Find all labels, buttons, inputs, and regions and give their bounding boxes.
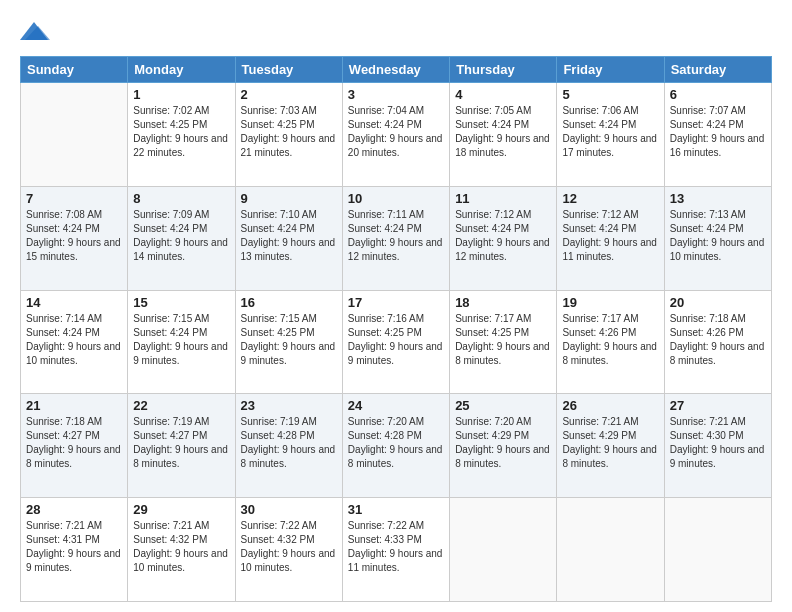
day-of-week-header: Saturday <box>664 57 771 83</box>
day-info: Sunrise: 7:20 AM Sunset: 4:29 PM Dayligh… <box>455 415 551 471</box>
calendar-cell: 23Sunrise: 7:19 AM Sunset: 4:28 PM Dayli… <box>235 394 342 498</box>
day-number: 6 <box>670 87 766 102</box>
day-number: 4 <box>455 87 551 102</box>
calendar-cell: 5Sunrise: 7:06 AM Sunset: 4:24 PM Daylig… <box>557 83 664 187</box>
day-number: 10 <box>348 191 444 206</box>
day-info: Sunrise: 7:04 AM Sunset: 4:24 PM Dayligh… <box>348 104 444 160</box>
day-info: Sunrise: 7:16 AM Sunset: 4:25 PM Dayligh… <box>348 312 444 368</box>
calendar-cell: 20Sunrise: 7:18 AM Sunset: 4:26 PM Dayli… <box>664 290 771 394</box>
day-of-week-header: Tuesday <box>235 57 342 83</box>
day-of-week-header: Monday <box>128 57 235 83</box>
day-info: Sunrise: 7:19 AM Sunset: 4:27 PM Dayligh… <box>133 415 229 471</box>
day-info: Sunrise: 7:17 AM Sunset: 4:26 PM Dayligh… <box>562 312 658 368</box>
calendar-cell: 12Sunrise: 7:12 AM Sunset: 4:24 PM Dayli… <box>557 186 664 290</box>
calendar-cell: 1Sunrise: 7:02 AM Sunset: 4:25 PM Daylig… <box>128 83 235 187</box>
day-number: 24 <box>348 398 444 413</box>
calendar-cell <box>450 498 557 602</box>
calendar-cell: 8Sunrise: 7:09 AM Sunset: 4:24 PM Daylig… <box>128 186 235 290</box>
day-info: Sunrise: 7:21 AM Sunset: 4:30 PM Dayligh… <box>670 415 766 471</box>
calendar-cell: 27Sunrise: 7:21 AM Sunset: 4:30 PM Dayli… <box>664 394 771 498</box>
day-number: 13 <box>670 191 766 206</box>
day-info: Sunrise: 7:05 AM Sunset: 4:24 PM Dayligh… <box>455 104 551 160</box>
day-of-week-header: Wednesday <box>342 57 449 83</box>
day-number: 7 <box>26 191 122 206</box>
header <box>20 18 772 46</box>
calendar-week-row: 28Sunrise: 7:21 AM Sunset: 4:31 PM Dayli… <box>21 498 772 602</box>
calendar-cell: 22Sunrise: 7:19 AM Sunset: 4:27 PM Dayli… <box>128 394 235 498</box>
day-info: Sunrise: 7:21 AM Sunset: 4:32 PM Dayligh… <box>133 519 229 575</box>
day-number: 12 <box>562 191 658 206</box>
calendar-cell: 17Sunrise: 7:16 AM Sunset: 4:25 PM Dayli… <box>342 290 449 394</box>
day-number: 2 <box>241 87 337 102</box>
calendar-cell: 30Sunrise: 7:22 AM Sunset: 4:32 PM Dayli… <box>235 498 342 602</box>
day-number: 18 <box>455 295 551 310</box>
day-info: Sunrise: 7:22 AM Sunset: 4:32 PM Dayligh… <box>241 519 337 575</box>
calendar-header-row: SundayMondayTuesdayWednesdayThursdayFrid… <box>21 57 772 83</box>
calendar-cell: 18Sunrise: 7:17 AM Sunset: 4:25 PM Dayli… <box>450 290 557 394</box>
day-number: 28 <box>26 502 122 517</box>
calendar-cell <box>664 498 771 602</box>
day-info: Sunrise: 7:17 AM Sunset: 4:25 PM Dayligh… <box>455 312 551 368</box>
calendar-cell: 26Sunrise: 7:21 AM Sunset: 4:29 PM Dayli… <box>557 394 664 498</box>
calendar-cell: 7Sunrise: 7:08 AM Sunset: 4:24 PM Daylig… <box>21 186 128 290</box>
day-number: 30 <box>241 502 337 517</box>
day-number: 11 <box>455 191 551 206</box>
day-number: 5 <box>562 87 658 102</box>
calendar-cell: 2Sunrise: 7:03 AM Sunset: 4:25 PM Daylig… <box>235 83 342 187</box>
day-number: 27 <box>670 398 766 413</box>
day-number: 21 <box>26 398 122 413</box>
day-info: Sunrise: 7:12 AM Sunset: 4:24 PM Dayligh… <box>455 208 551 264</box>
day-of-week-header: Friday <box>557 57 664 83</box>
calendar-cell: 11Sunrise: 7:12 AM Sunset: 4:24 PM Dayli… <box>450 186 557 290</box>
day-info: Sunrise: 7:20 AM Sunset: 4:28 PM Dayligh… <box>348 415 444 471</box>
day-info: Sunrise: 7:15 AM Sunset: 4:25 PM Dayligh… <box>241 312 337 368</box>
day-number: 20 <box>670 295 766 310</box>
day-number: 16 <box>241 295 337 310</box>
calendar-cell: 31Sunrise: 7:22 AM Sunset: 4:33 PM Dayli… <box>342 498 449 602</box>
calendar-cell <box>21 83 128 187</box>
day-of-week-header: Thursday <box>450 57 557 83</box>
calendar-week-row: 7Sunrise: 7:08 AM Sunset: 4:24 PM Daylig… <box>21 186 772 290</box>
day-number: 14 <box>26 295 122 310</box>
calendar-cell: 16Sunrise: 7:15 AM Sunset: 4:25 PM Dayli… <box>235 290 342 394</box>
day-info: Sunrise: 7:06 AM Sunset: 4:24 PM Dayligh… <box>562 104 658 160</box>
day-number: 31 <box>348 502 444 517</box>
calendar-cell: 3Sunrise: 7:04 AM Sunset: 4:24 PM Daylig… <box>342 83 449 187</box>
calendar-cell: 4Sunrise: 7:05 AM Sunset: 4:24 PM Daylig… <box>450 83 557 187</box>
day-info: Sunrise: 7:18 AM Sunset: 4:27 PM Dayligh… <box>26 415 122 471</box>
calendar-cell <box>557 498 664 602</box>
day-number: 22 <box>133 398 229 413</box>
day-number: 9 <box>241 191 337 206</box>
calendar-cell: 28Sunrise: 7:21 AM Sunset: 4:31 PM Dayli… <box>21 498 128 602</box>
day-info: Sunrise: 7:03 AM Sunset: 4:25 PM Dayligh… <box>241 104 337 160</box>
logo-icon <box>20 18 50 46</box>
logo <box>20 18 54 46</box>
day-info: Sunrise: 7:11 AM Sunset: 4:24 PM Dayligh… <box>348 208 444 264</box>
day-number: 25 <box>455 398 551 413</box>
day-info: Sunrise: 7:08 AM Sunset: 4:24 PM Dayligh… <box>26 208 122 264</box>
calendar-week-row: 1Sunrise: 7:02 AM Sunset: 4:25 PM Daylig… <box>21 83 772 187</box>
day-info: Sunrise: 7:13 AM Sunset: 4:24 PM Dayligh… <box>670 208 766 264</box>
calendar-cell: 29Sunrise: 7:21 AM Sunset: 4:32 PM Dayli… <box>128 498 235 602</box>
calendar-table: SundayMondayTuesdayWednesdayThursdayFrid… <box>20 56 772 602</box>
calendar-cell: 25Sunrise: 7:20 AM Sunset: 4:29 PM Dayli… <box>450 394 557 498</box>
calendar-cell: 24Sunrise: 7:20 AM Sunset: 4:28 PM Dayli… <box>342 394 449 498</box>
day-info: Sunrise: 7:12 AM Sunset: 4:24 PM Dayligh… <box>562 208 658 264</box>
calendar-cell: 15Sunrise: 7:15 AM Sunset: 4:24 PM Dayli… <box>128 290 235 394</box>
day-info: Sunrise: 7:07 AM Sunset: 4:24 PM Dayligh… <box>670 104 766 160</box>
day-number: 17 <box>348 295 444 310</box>
day-info: Sunrise: 7:02 AM Sunset: 4:25 PM Dayligh… <box>133 104 229 160</box>
calendar-cell: 10Sunrise: 7:11 AM Sunset: 4:24 PM Dayli… <box>342 186 449 290</box>
day-info: Sunrise: 7:18 AM Sunset: 4:26 PM Dayligh… <box>670 312 766 368</box>
day-info: Sunrise: 7:21 AM Sunset: 4:29 PM Dayligh… <box>562 415 658 471</box>
day-info: Sunrise: 7:22 AM Sunset: 4:33 PM Dayligh… <box>348 519 444 575</box>
day-number: 1 <box>133 87 229 102</box>
day-number: 8 <box>133 191 229 206</box>
calendar-cell: 21Sunrise: 7:18 AM Sunset: 4:27 PM Dayli… <box>21 394 128 498</box>
day-info: Sunrise: 7:14 AM Sunset: 4:24 PM Dayligh… <box>26 312 122 368</box>
calendar-week-row: 21Sunrise: 7:18 AM Sunset: 4:27 PM Dayli… <box>21 394 772 498</box>
day-info: Sunrise: 7:10 AM Sunset: 4:24 PM Dayligh… <box>241 208 337 264</box>
day-number: 23 <box>241 398 337 413</box>
day-info: Sunrise: 7:21 AM Sunset: 4:31 PM Dayligh… <box>26 519 122 575</box>
calendar-cell: 19Sunrise: 7:17 AM Sunset: 4:26 PM Dayli… <box>557 290 664 394</box>
